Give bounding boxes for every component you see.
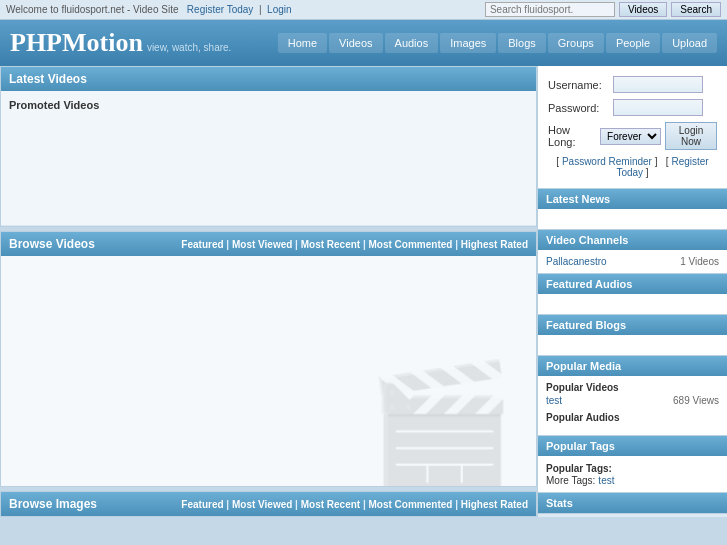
- promoted-videos-title: Promoted Videos: [9, 99, 528, 111]
- nav-groups[interactable]: Groups: [548, 33, 604, 53]
- video-channels-title: Video Channels: [546, 234, 628, 246]
- popular-tags-title: Popular Tags: [546, 440, 615, 452]
- stats-section: Stats: [538, 493, 727, 514]
- latest-videos-header: Latest Videos: [1, 67, 536, 91]
- right-sidebar: Username: Password: How Long: Forever Lo…: [537, 66, 727, 517]
- featured-blogs-title: Featured Blogs: [546, 319, 626, 331]
- password-input[interactable]: [613, 99, 703, 116]
- logo-text: PHPMotion: [10, 28, 143, 58]
- stats-header: Stats: [538, 493, 727, 513]
- featured-audios-title: Featured Audios: [546, 278, 632, 290]
- latest-videos-section: Latest Videos Promoted Videos: [0, 66, 537, 227]
- howlong-label: How Long:: [548, 124, 600, 148]
- promoted-area: [9, 117, 528, 217]
- register-today-link[interactable]: Register Today: [187, 4, 254, 15]
- popular-videos-label: Popular Videos: [546, 382, 719, 393]
- nav-videos[interactable]: Videos: [329, 33, 382, 53]
- popular-media-section: Popular Media Popular Videos test 689 Vi…: [538, 356, 727, 436]
- password-row: Password:: [548, 99, 717, 116]
- popular-videos-block: Popular Videos test 689 Views: [546, 382, 719, 406]
- popular-video-row: test 689 Views: [546, 395, 719, 406]
- browse-videos-title: Browse Videos: [9, 237, 95, 251]
- popular-video-link[interactable]: test: [546, 395, 562, 406]
- latest-news-title: Latest News: [546, 193, 610, 205]
- images-most-commented-link[interactable]: Most Commented: [369, 499, 453, 510]
- video-channels-header: Video Channels: [538, 230, 727, 250]
- browse-highest-rated-link[interactable]: Highest Rated: [461, 239, 528, 250]
- search-input[interactable]: [485, 2, 615, 17]
- latest-news-content: [538, 209, 727, 229]
- popular-tags-label: Popular Tags:: [546, 463, 612, 474]
- featured-audios-section: Featured Audios: [538, 274, 727, 315]
- browse-videos-content: 🎬: [1, 256, 536, 486]
- logo: PHPMotion view, watch, share.: [10, 28, 231, 58]
- username-label: Username:: [548, 79, 613, 91]
- popular-audios-label: Popular Audios: [546, 412, 719, 423]
- top-bar-search: Videos Search: [485, 2, 721, 17]
- popular-tags-header: Popular Tags: [538, 436, 727, 456]
- stats-title: Stats: [546, 497, 573, 509]
- browse-videos-header: Browse Videos Featured | Most Viewed | M…: [1, 232, 536, 256]
- videos-button[interactable]: Videos: [619, 2, 667, 17]
- video-channels-section: Video Channels Pallacanestro 1 Videos: [538, 230, 727, 274]
- latest-news-header: Latest News: [538, 189, 727, 209]
- left-content: Latest Videos Promoted Videos Browse Vid…: [0, 66, 537, 517]
- browse-videos-section: Browse Videos Featured | Most Viewed | M…: [0, 231, 537, 487]
- more-tags-link[interactable]: test: [598, 475, 614, 486]
- images-most-recent-link[interactable]: Most Recent: [301, 499, 360, 510]
- popular-video-count: 689 Views: [673, 395, 719, 406]
- login-links: [ Password Reminder ] [ Register Today ]: [548, 156, 717, 178]
- logo-tagline: view, watch, share.: [147, 42, 231, 53]
- nav-audios[interactable]: Audios: [385, 33, 439, 53]
- nav-upload[interactable]: Upload: [662, 33, 717, 53]
- browse-images-links: Featured | Most Viewed | Most Recent | M…: [181, 499, 528, 510]
- popular-tags-section: Popular Tags Popular Tags: More Tags: te…: [538, 436, 727, 493]
- nav-people[interactable]: People: [606, 33, 660, 53]
- images-featured-link[interactable]: Featured: [181, 499, 223, 510]
- browse-images-header: Browse Images Featured | Most Viewed | M…: [1, 492, 536, 516]
- howlong-row: How Long: Forever Login Now: [548, 122, 717, 150]
- video-channels-content: Pallacanestro 1 Videos: [538, 250, 727, 273]
- username-row: Username:: [548, 76, 717, 93]
- browse-images-section: Browse Images Featured | Most Viewed | M…: [0, 491, 537, 517]
- header: PHPMotion view, watch, share. Home Video…: [0, 20, 727, 66]
- popular-media-header: Popular Media: [538, 356, 727, 376]
- main-nav: Home Videos Audios Images Blogs Groups P…: [278, 33, 717, 53]
- search-button[interactable]: Search: [671, 2, 721, 17]
- top-bar-welcome: Welcome to fluidosport.net - Video Site …: [6, 4, 292, 15]
- top-bar: Welcome to fluidosport.net - Video Site …: [0, 0, 727, 20]
- channel-count: 1 Videos: [680, 256, 719, 267]
- popular-audios-block: Popular Audios: [546, 412, 719, 423]
- featured-blogs-section: Featured Blogs: [538, 315, 727, 356]
- film-watermark: 🎬: [366, 355, 516, 486]
- nav-home[interactable]: Home: [278, 33, 327, 53]
- nav-images[interactable]: Images: [440, 33, 496, 53]
- password-reminder-link[interactable]: Password Reminder: [562, 156, 652, 167]
- latest-videos-title: Latest Videos: [9, 72, 87, 86]
- featured-blogs-header: Featured Blogs: [538, 315, 727, 335]
- popular-tags-row: Popular Tags:: [546, 462, 719, 474]
- channel-row: Pallacanestro 1 Videos: [546, 256, 719, 267]
- username-input[interactable]: [613, 76, 703, 93]
- browse-featured-link[interactable]: Featured: [181, 239, 223, 250]
- login-link[interactable]: Login: [267, 4, 291, 15]
- images-highest-rated-link[interactable]: Highest Rated: [461, 499, 528, 510]
- browse-most-commented-link[interactable]: Most Commented: [369, 239, 453, 250]
- login-now-button[interactable]: Login Now: [665, 122, 717, 150]
- images-most-viewed-link[interactable]: Most Viewed: [232, 499, 292, 510]
- popular-media-content: Popular Videos test 689 Views Popular Au…: [538, 376, 727, 435]
- more-tags-row: More Tags: test: [546, 474, 719, 486]
- popular-tags-content: Popular Tags: More Tags: test: [538, 456, 727, 492]
- featured-blogs-content: [538, 335, 727, 355]
- latest-news-section: Latest News: [538, 189, 727, 230]
- channel-link[interactable]: Pallacanestro: [546, 256, 607, 267]
- howlong-select[interactable]: Forever: [600, 128, 661, 145]
- browse-most-recent-link[interactable]: Most Recent: [301, 239, 360, 250]
- login-box: Username: Password: How Long: Forever Lo…: [538, 66, 727, 189]
- more-tags-label: More Tags:: [546, 475, 595, 486]
- browse-videos-links: Featured | Most Viewed | Most Recent | M…: [181, 239, 528, 250]
- nav-blogs[interactable]: Blogs: [498, 33, 546, 53]
- browse-images-title: Browse Images: [9, 497, 97, 511]
- browse-most-viewed-link[interactable]: Most Viewed: [232, 239, 292, 250]
- promoted-videos: Promoted Videos: [1, 91, 536, 226]
